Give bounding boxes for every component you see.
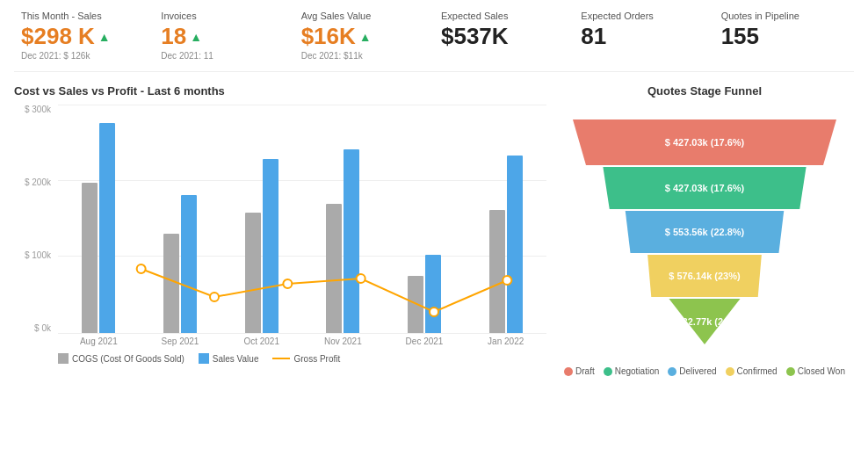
y-axis: $ 300k$ 200k$ 100k$ 0k [14, 105, 56, 333]
month-group [140, 195, 221, 333]
cogs-bar [489, 210, 505, 333]
funnel-legend-dot-0 [564, 367, 573, 376]
funnel-segment-4: $ 582.77k (24%) [665, 299, 744, 344]
funnel-legend-dot-3 [726, 367, 734, 376]
y-label: $ 300k [25, 105, 51, 114]
funnel-label-2: $ 553.56k (22.8%) [665, 227, 745, 237]
cogs-bar [82, 183, 98, 333]
arrow-up-icon: ▲ [359, 30, 372, 44]
kpi-item-3: Expected Sales $537K [434, 9, 574, 62]
cogs-bar [408, 276, 423, 333]
funnel-segment-1: $ 427.03k (17.6%) [597, 167, 813, 209]
sales-bar [507, 156, 523, 333]
funnel-legend-label-2: Delivered [679, 366, 716, 376]
kpi-sub-2: Dec 2021: $11k [301, 51, 427, 61]
kpi-value-3: $537K [441, 23, 567, 50]
kpi-label-0: This Month - Sales [21, 11, 147, 21]
funnel-legend: Draft Negotiation Delivered Confirmed Cl… [555, 366, 854, 376]
funnel-segment-2: $ 553.56k (22.8%) [620, 211, 789, 253]
sales-bar [263, 159, 278, 333]
funnel-section: Quotes Stage Funnel $ 427.03k (17.6%)$ 4… [555, 84, 854, 376]
kpi-value-0: $298 K▲ [21, 23, 147, 50]
funnel-legend-item-0: Draft [564, 366, 595, 376]
month-group [384, 255, 466, 333]
y-label: $ 0k [34, 323, 51, 333]
kpi-value-1: 18▲ [161, 23, 286, 50]
chart-title: Cost vs Sales vs Profit - Last 6 months [14, 84, 546, 98]
sales-bar [344, 149, 359, 333]
bar-chart-container: $ 300k$ 200k$ 100k$ 0k [14, 105, 546, 333]
funnel-segment-0: $ 427.03k (17.6%) [573, 119, 836, 165]
kpi-item-4: Expected Orders 81 [574, 9, 713, 62]
funnel-legend-item-2: Delivered [668, 366, 716, 376]
profit-label: Gross Profit [293, 354, 340, 364]
month-group [58, 123, 140, 333]
kpi-value-2: $16K▲ [301, 23, 427, 50]
kpi-item-2: Avg Sales Value $16K▲ Dec 2021: $11k [294, 9, 434, 62]
arrow-up-icon: ▲ [98, 30, 111, 44]
x-label: Oct 2021 [221, 337, 302, 346]
cogs-bar [245, 213, 261, 333]
legend-profit: Gross Profit [272, 353, 340, 364]
funnel-label-3: $ 576.14k (23%) [669, 271, 740, 281]
funnel-legend-item-3: Confirmed [726, 366, 778, 376]
sales-bar [181, 195, 197, 333]
cogs-color [58, 353, 69, 364]
kpi-label-2: Avg Sales Value [301, 11, 427, 21]
funnel-legend-label-3: Confirmed [737, 366, 778, 376]
kpi-label-1: Invoices [161, 11, 286, 21]
kpi-label-4: Expected Orders [581, 11, 706, 21]
kpi-label-5: Quotes in Pipeline [721, 11, 847, 21]
funnel-label-1: $ 427.03k (17.6%) [665, 183, 745, 193]
cogs-bar [326, 204, 342, 333]
funnel-label-0: $ 427.03k (17.6%) [665, 137, 745, 148]
dashboard: This Month - Sales $298 K▲ Dec 2021: $ 1… [0, 0, 868, 456]
x-label: Aug 2021 [58, 337, 140, 346]
funnel-legend-label-0: Draft [575, 366, 595, 376]
cogs-label: COGS (Cost Of Goods Sold) [72, 354, 184, 364]
month-group [302, 149, 384, 333]
kpi-item-1: Invoices 18▲ Dec 2021: 11 [154, 9, 293, 62]
kpi-item-5: Quotes in Pipeline 155 [714, 9, 854, 62]
funnel-label-4: $ 582.77k (24%) [669, 316, 740, 327]
sales-color [199, 353, 209, 364]
legend-sales: Sales Value [199, 353, 259, 364]
kpi-label-3: Expected Sales [441, 11, 567, 21]
chart-section: Cost vs Sales vs Profit - Last 6 months … [14, 84, 546, 376]
main-content: Cost vs Sales vs Profit - Last 6 months … [14, 84, 854, 376]
funnel-legend-item-1: Negotiation [604, 366, 660, 376]
y-label: $ 200k [25, 177, 51, 187]
funnel-title: Quotes Stage Funnel [555, 84, 854, 98]
x-label: Jan 2022 [465, 337, 546, 346]
kpi-sub-0: Dec 2021: $ 126k [21, 51, 147, 61]
legend-cogs: COGS (Cost Of Goods Sold) [58, 353, 184, 364]
funnel-legend-dot-4 [786, 367, 795, 376]
month-group [221, 159, 302, 333]
funnel-legend-dot-1 [604, 367, 612, 376]
sales-bar [99, 123, 115, 333]
kpi-item-0: This Month - Sales $298 K▲ Dec 2021: $ 1… [14, 9, 154, 62]
kpi-value-5: 155 [721, 23, 847, 50]
chart-legend: COGS (Cost Of Goods Sold) Sales Value Gr… [14, 353, 546, 364]
profit-line-legend [272, 358, 290, 359]
funnel-legend-item-4: Closed Won [786, 366, 845, 376]
sales-label: Sales Value [213, 354, 259, 364]
kpi-row: This Month - Sales $298 K▲ Dec 2021: $ 1… [14, 9, 854, 72]
funnel-segment-3: $ 576.14k (23%) [644, 255, 765, 297]
funnel-legend-label-4: Closed Won [798, 366, 845, 376]
x-label: Nov 2021 [302, 337, 384, 346]
funnel-legend-dot-2 [668, 367, 676, 376]
kpi-value-4: 81 [581, 23, 706, 50]
cogs-bar [163, 234, 179, 333]
funnel-container: $ 427.03k (17.6%)$ 427.03k (17.6%)$ 553.… [555, 105, 854, 359]
sales-bar [425, 255, 441, 333]
kpi-sub-1: Dec 2021: 11 [161, 51, 286, 61]
x-label: Sep 2021 [140, 337, 221, 346]
bars-area [58, 105, 546, 333]
funnel-legend-label-1: Negotiation [615, 366, 660, 376]
month-group [465, 156, 546, 333]
x-label: Dec 2021 [384, 337, 466, 346]
y-label: $ 100k [25, 250, 51, 260]
arrow-up-icon: ▲ [190, 30, 202, 44]
